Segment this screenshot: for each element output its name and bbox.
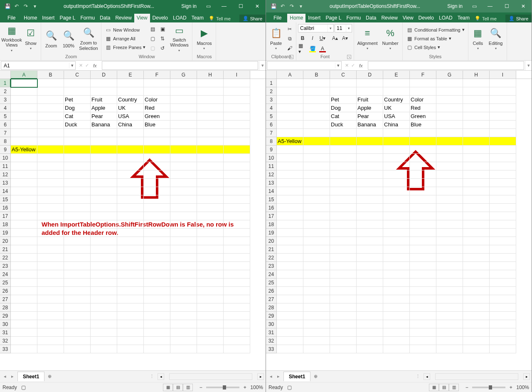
cell-E16[interactable] [383,204,410,212]
cell-I12[interactable] [490,170,516,179]
cell-F32[interactable] [144,337,170,345]
row-header[interactable]: 4 [0,104,11,112]
cell-H4[interactable] [463,104,490,112]
share-button[interactable]: 👤Share [505,15,532,22]
cell-C1[interactable] [64,79,91,87]
cell-F31[interactable] [144,328,170,337]
cell-D13[interactable] [91,179,117,187]
cell-B28[interactable] [37,303,64,312]
cell-B20[interactable] [303,237,330,245]
cell-H30[interactable] [197,320,224,328]
cell-F9[interactable] [144,145,170,154]
cell-F29[interactable] [144,312,170,320]
cell-F8[interactable] [410,137,436,145]
cell-A33[interactable] [277,345,303,353]
cell-C7[interactable] [330,129,357,137]
cell-G27[interactable] [170,295,197,303]
tab-home[interactable]: Home [287,14,305,22]
arrange-all-button[interactable]: ▦Arrange All [103,35,147,43]
cell-I15[interactable] [224,195,250,204]
cell-I1[interactable] [224,79,250,87]
cell-E17[interactable] [117,212,144,220]
row-header[interactable]: 23 [266,262,277,270]
cell-F10[interactable] [144,154,170,162]
cell-B30[interactable] [37,320,64,328]
cell-I4[interactable] [490,104,516,112]
cell-H17[interactable] [197,212,224,220]
col-header[interactable]: I [224,71,250,79]
tab-load[interactable]: LOAD [436,14,455,22]
cell-H19[interactable] [463,229,490,237]
cell-D15[interactable] [357,195,383,204]
cell-H20[interactable] [197,237,224,245]
row-header[interactable]: 24 [0,270,11,279]
cell-D2[interactable] [357,87,383,96]
row-header[interactable]: 33 [0,345,11,353]
cell-F33[interactable] [410,345,436,353]
cell-D33[interactable] [91,345,117,353]
cell-A3[interactable] [277,96,303,104]
cell-B6[interactable] [37,121,64,129]
underline-button[interactable]: U ▾ [318,34,327,43]
cell-I3[interactable] [224,96,250,104]
cell-B5[interactable] [37,112,64,121]
cell-B32[interactable] [37,337,64,345]
cell-B26[interactable] [37,287,64,295]
cell-B21[interactable] [303,245,330,254]
cell-G3[interactable] [436,96,463,104]
cell-B19[interactable] [303,229,330,237]
cell-B1[interactable] [303,79,330,87]
zoom-level[interactable]: 100% [516,385,529,390]
sign-in-link[interactable]: Sign in [443,3,467,9]
cell-C33[interactable] [330,345,357,353]
cell-G31[interactable] [170,328,197,337]
cell-H11[interactable] [197,162,224,170]
cell-H26[interactable] [463,287,490,295]
cell-A5[interactable] [277,112,303,121]
cell-G26[interactable] [170,287,197,295]
cell-E7[interactable] [383,129,410,137]
row-header[interactable]: 8 [266,137,277,145]
cell-F14[interactable] [144,187,170,195]
cell-G4[interactable] [436,104,463,112]
cell-E11[interactable] [117,162,144,170]
cell-D27[interactable] [91,295,117,303]
zoom-control[interactable]: −+ 100% [459,385,529,390]
cell-G30[interactable] [436,320,463,328]
cell-G11[interactable] [170,162,197,170]
cell-E28[interactable] [117,303,144,312]
row-header[interactable]: 9 [266,145,277,154]
cell-B27[interactable] [37,295,64,303]
name-box-dropdown-icon[interactable]: ▾ [69,63,75,68]
cell-H14[interactable] [197,187,224,195]
row-header[interactable]: 8 [0,137,11,145]
page-break-view-icon[interactable]: ▥ [449,384,459,391]
cell-G2[interactable] [170,87,197,96]
cell-C13[interactable] [330,179,357,187]
cell-I30[interactable] [490,320,516,328]
cell-F26[interactable] [144,287,170,295]
cell-A13[interactable] [11,179,37,187]
cell-D28[interactable] [91,303,117,312]
cell-C21[interactable] [330,245,357,254]
cell-D17[interactable] [91,212,117,220]
cell-G24[interactable] [170,270,197,279]
cell-C24[interactable] [330,270,357,279]
cell-I23[interactable] [490,262,516,270]
cell-G13[interactable] [436,179,463,187]
font-size-box[interactable]: ▾ [335,24,352,32]
cell-E25[interactable] [117,279,144,287]
name-box[interactable]: ▾ [267,61,342,70]
cell-B16[interactable] [37,204,64,212]
cell-G32[interactable] [170,337,197,345]
cell-B25[interactable] [37,279,64,287]
row-header[interactable]: 18 [266,220,277,229]
cell-F29[interactable] [410,312,436,320]
col-header[interactable]: D [357,71,383,79]
cell-E9[interactable] [383,145,410,154]
cell-I26[interactable] [224,287,250,295]
row-header[interactable]: 19 [0,229,11,237]
cell-C12[interactable] [64,170,91,179]
cell-F17[interactable] [144,212,170,220]
cell-B33[interactable] [303,345,330,353]
